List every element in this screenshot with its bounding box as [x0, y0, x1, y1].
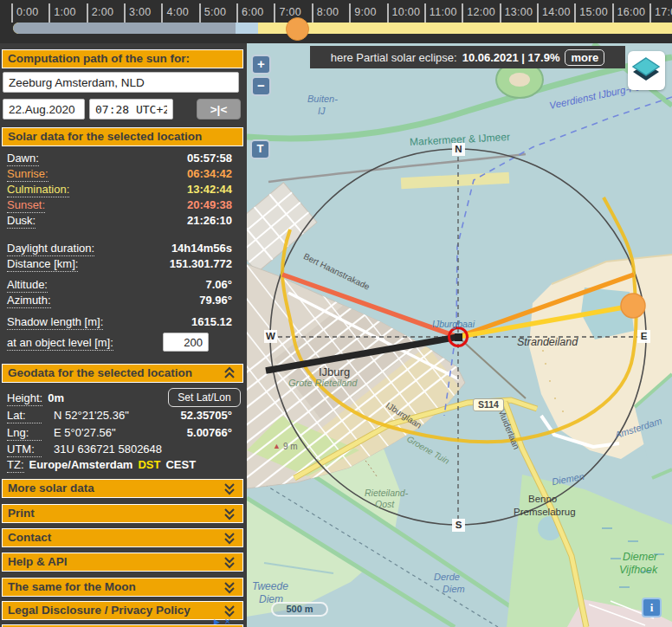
- time-slider-handle[interactable]: [286, 17, 309, 41]
- timeline-hour-label: 17:00: [655, 6, 672, 18]
- daylight-value: 14h14m56s: [171, 241, 232, 256]
- layers-button[interactable]: [628, 51, 665, 90]
- lng-dms-value: E 5°0'27.56": [54, 425, 116, 441]
- sunset-value: 20:49:38: [187, 197, 232, 213]
- expand-down-icon: [223, 555, 236, 574]
- shadow-row: Shadow length [m]: 1615.12: [0, 314, 244, 330]
- timeline-hour-label: 8:00: [317, 6, 339, 18]
- daylight-row: Daylight duration: 14h14m56s: [0, 241, 244, 256]
- sidebar: Computation path of the sun for: >|< Sol…: [0, 43, 246, 627]
- timeline-tick: [11, 3, 13, 23]
- timeline-hour-label: 3:00: [129, 6, 152, 18]
- suncalc-app: 0:001:002:003:004:005:006:007:008:009:00…: [0, 0, 672, 627]
- dusk-row: Dusk: 21:26:10: [0, 213, 244, 229]
- section-label: Contact: [8, 531, 51, 544]
- zoom-in-button[interactable]: +: [251, 55, 271, 74]
- expand-down-icon: [223, 580, 236, 599]
- section-label: Print: [8, 507, 35, 520]
- eclipse-banner: here Partial solar eclipse: 10.06.2021 |…: [310, 46, 625, 68]
- scale-bar: 500 m: [271, 602, 328, 617]
- expand-down-icon: [223, 507, 236, 526]
- dst-badge: DST: [138, 457, 160, 473]
- dawn-row: Dawn: 05:57:58: [0, 151, 244, 166]
- timeline-hour-label: 10:00: [392, 6, 421, 18]
- computation-header: Computation path of the sun for:: [2, 49, 243, 68]
- timeline-tick: [124, 3, 126, 23]
- time-slider-track[interactable]: [13, 23, 672, 34]
- utm-value: 31U 636721 5802648: [54, 442, 162, 457]
- info-button[interactable]: i: [642, 598, 662, 617]
- timeline-tick: [500, 3, 501, 23]
- section-more-solar-data[interactable]: More solar data: [2, 479, 243, 498]
- distance-row: Distance [km]: 151.301.772: [0, 256, 244, 272]
- geodata-title: Geodata for the selected location: [8, 366, 192, 379]
- section-help-api[interactable]: Help & API: [2, 553, 243, 572]
- timeline-tick: [462, 3, 463, 23]
- timeline-hour-label: 7:00: [279, 6, 301, 18]
- geodata-header[interactable]: Geodata for the selected location: [2, 364, 243, 383]
- section-label: More solar data: [8, 482, 94, 494]
- road-badge-s114: S114: [473, 398, 504, 411]
- timeline-hour-label: 6:00: [242, 6, 264, 18]
- eclipse-text: here Partial solar eclipse:: [331, 51, 457, 64]
- timeline-hour-label: 16:00: [617, 6, 646, 18]
- sunrise-label: Sunrise:: [7, 166, 48, 182]
- dusk-label: Dusk:: [7, 213, 36, 229]
- object-level-input[interactable]: [163, 333, 209, 352]
- timeline-hour-label: 0:00: [16, 6, 39, 18]
- timeline-tick: [387, 3, 389, 23]
- altitude-label: Altitude:: [7, 277, 48, 293]
- location-input[interactable]: [3, 72, 239, 93]
- solar-data-header: Solar data for the selected location: [2, 127, 243, 146]
- terrain-button[interactable]: T: [250, 139, 270, 159]
- section-moon[interactable]: The same for the Moon: [2, 578, 243, 597]
- night-segment: [13, 23, 236, 34]
- time-slider: 0:001:002:003:004:005:006:007:008:009:00…: [0, 0, 672, 43]
- computation-title: Computation path of the sun for:: [8, 52, 190, 65]
- date-input[interactable]: [3, 99, 85, 120]
- utm-row: UTM: 31U 636721 5802648: [0, 442, 244, 457]
- timeline-hour-label: 11:00: [430, 6, 457, 18]
- azimuth-row: Azimuth: 79.96°: [0, 293, 244, 308]
- culmination-label: Culmination:: [7, 182, 69, 197]
- section-legal[interactable]: Legal Disclosure / Privacy Policy: [2, 601, 243, 620]
- timeline-hour-label: 15:00: [579, 6, 608, 18]
- timeline-tick: [574, 3, 576, 23]
- expand-down-icon: [223, 482, 236, 501]
- collapse-up-icon: [223, 366, 236, 385]
- section-label: Legal Disclosure / Privacy Policy: [8, 604, 191, 617]
- timeline-tick: [274, 3, 275, 23]
- layers-icon: [628, 51, 665, 90]
- zoom-out-button[interactable]: −: [251, 76, 271, 96]
- timeline-hour-label: 5:00: [204, 6, 227, 18]
- timeline-tick: [87, 3, 88, 23]
- tz-value: Europe/Amsterdam: [29, 457, 133, 473]
- eclipse-more-button[interactable]: more: [565, 49, 604, 66]
- altitude-value: 7.06°: [205, 277, 232, 293]
- dusk-value: 21:26:10: [187, 213, 232, 229]
- culmination-value: 13:42:44: [187, 182, 232, 197]
- pampus-fort: [509, 73, 530, 87]
- timeline-tick: [612, 3, 614, 23]
- timeline-tick: [424, 3, 426, 23]
- timeline-hour-label: 4:00: [166, 6, 189, 18]
- sunset-row: Sunset: 20:49:38: [0, 197, 244, 213]
- altitude-row: Altitude: 7.06°: [0, 277, 244, 293]
- distance-value: 151.301.772: [170, 256, 232, 272]
- distance-label: Distance [km]:: [7, 256, 78, 272]
- lng-decimal-value: 5.00766°: [187, 425, 232, 441]
- culmination-row: Culmination: 13:42:44: [0, 182, 244, 197]
- section-contact[interactable]: Contact: [2, 528, 243, 547]
- sun-disc[interactable]: [621, 294, 645, 318]
- reset-time-button[interactable]: >|<: [197, 99, 241, 120]
- section-print[interactable]: Print: [2, 504, 243, 523]
- timeline-hour-label: 1:00: [54, 6, 76, 18]
- map-canvas[interactable]: Buiten- IJ Markermeer & IJmeer Veerdiens…: [247, 43, 672, 627]
- time-input[interactable]: [89, 99, 173, 120]
- timeline-hour-label: 13:00: [505, 6, 533, 18]
- set-latlon-button[interactable]: Set Lat/Lon: [168, 388, 241, 407]
- tz-abbr: CEST: [165, 457, 196, 473]
- map-graphics: [247, 43, 672, 627]
- sunrise-row: Sunrise: 06:34:42: [0, 166, 244, 182]
- timeline-tick: [312, 3, 313, 23]
